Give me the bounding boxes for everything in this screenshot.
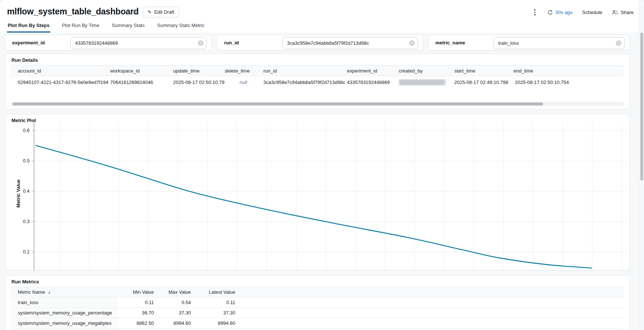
filter-label-run-id: run_id <box>224 40 239 46</box>
page-title: mlflow_system_table_dashboard <box>7 7 139 17</box>
min-value-cell: 8862.50 <box>117 320 161 326</box>
y-tick-0.4: 0.4 <box>18 188 30 194</box>
run-details-header-row: account_id workspace_id update_time dele… <box>11 65 624 76</box>
col-max-value[interactable]: Max Value <box>161 289 198 295</box>
run-id-value: 3ca3c958e7c94abb8a5f79f2d713d98c <box>254 80 347 85</box>
horizontal-scrollbar-thumb[interactable] <box>13 102 543 105</box>
clear-experiment-id-icon[interactable]: ✕ <box>198 40 203 46</box>
latest-value-cell: 0.11 <box>198 300 243 305</box>
top-bar: mlflow_system_table_dashboard ☆ ✎ Edit D… <box>0 0 644 33</box>
page-vertical-scrollbar[interactable] <box>639 0 644 330</box>
vertical-scrollbar-thumb[interactable] <box>640 33 643 181</box>
edit-draft-label: Edit Draft <box>154 9 174 15</box>
refresh-icon <box>547 10 553 15</box>
col-end-time[interactable]: end_time <box>513 68 569 74</box>
col-metric-name[interactable]: Metric Name ▲▼ <box>11 287 117 297</box>
tab-plot-run-by-steps[interactable]: Plot Run By Steps <box>7 19 50 33</box>
run-details-title: Run Details <box>11 57 38 63</box>
latest-value-cell: 37.30 <box>198 310 243 316</box>
metric-plot-card: Metric Plot Metric Value 0.6 0.5 0.4 0.3… <box>5 114 630 270</box>
filter-label-metric-name: metric_name <box>435 40 465 46</box>
update-time-value: 2025-08-17 02:50:10.791 <box>173 80 225 85</box>
clear-run-id-icon[interactable]: ✕ <box>409 40 415 46</box>
filter-experiment-id: experiment_id ✕ <box>5 35 212 51</box>
metric-row-memory-megabytes: system/system_memory_usage_megabytes 886… <box>11 318 624 329</box>
latest-value-cell: 8994.60 <box>198 320 243 326</box>
filter-metric-name: metric_name ✕ <box>428 35 630 51</box>
end-time-value: 2025-08-17 02:50:10.754 <box>513 80 569 85</box>
favorite-star-icon[interactable]: ☆ <box>130 8 140 17</box>
col-min-value[interactable]: Min Value <box>117 289 161 295</box>
metric-name-cell: system/system_memory_usage_percentage <box>11 308 117 318</box>
share-label: Share <box>621 10 634 15</box>
max-value-cell: 8994.60 <box>161 320 198 326</box>
max-value-cell: 37.30 <box>161 310 198 316</box>
delete-time-value: null <box>225 80 254 85</box>
pencil-icon: ✎ <box>148 9 152 15</box>
filter-label-experiment-id: experiment_id <box>12 40 45 46</box>
y-tick-0.6: 0.6 <box>18 128 30 133</box>
col-latest-value[interactable]: Latest Value <box>198 289 243 295</box>
col-delete-time[interactable]: delete_time <box>225 68 254 74</box>
tab-plot-run-by-time[interactable]: Plot Run By Time <box>61 19 100 33</box>
col-created-by[interactable]: created_by <box>399 68 454 74</box>
start-time-value: 2025-08-17 02:49:10.798 <box>454 80 513 85</box>
edit-draft-button[interactable]: ✎ Edit Draft <box>143 7 179 17</box>
metric-name-cell <box>11 329 117 330</box>
top-bar-actions: 50s ago Schedule Share <box>532 8 634 17</box>
col-account-id[interactable]: account_id <box>18 68 110 74</box>
filter-run-id: run_id ✕ <box>217 35 423 51</box>
run-details-data-row: 02945107-4221-4317-9276-5e0e9ed7f194 706… <box>11 76 624 88</box>
col-run-id[interactable]: run_id <box>254 68 347 74</box>
run-metrics-table: Metric Name ▲▼ Min Value Max Value Lates… <box>11 287 624 330</box>
tab-summary-stats[interactable]: Summary Stats <box>111 19 145 33</box>
metric-line-chart[interactable] <box>31 114 629 270</box>
created-by-redacted-blur <box>399 79 445 85</box>
run-details-card: Run Details account_id workspace_id upda… <box>5 54 630 110</box>
sort-icon[interactable]: ▲▼ <box>48 290 51 294</box>
run-metrics-card: Run Metrics Metric Name ▲▼ Min Value Max… <box>5 275 630 330</box>
col-experiment-id[interactable]: experiment_id <box>347 68 399 74</box>
metric-name-input[interactable] <box>493 37 625 49</box>
max-value-cell: 0.54 <box>161 300 198 305</box>
overflow-menu-button[interactable] <box>532 8 538 17</box>
share-button[interactable]: Share <box>612 10 634 15</box>
run-details-table: account_id workspace_id update_time dele… <box>11 65 624 88</box>
metric-row-train-loss: train_loss 0.11 0.54 0.11 <box>11 297 624 308</box>
schedule-button[interactable]: Schedule <box>582 10 602 15</box>
created-by-value <box>399 79 454 85</box>
metric-row-partial <box>11 329 624 330</box>
col-update-time[interactable]: update_time <box>173 68 225 74</box>
experiment-id-value: 4335783192448869 <box>347 80 399 85</box>
clear-metric-name-icon[interactable]: ✕ <box>616 40 621 46</box>
run-details-horizontal-scrollbar[interactable] <box>11 102 624 106</box>
min-value-cell: 36.70 <box>117 310 161 316</box>
col-start-time[interactable]: start_time <box>454 68 513 74</box>
min-value-cell: 0.11 <box>117 300 161 305</box>
y-tick-0.3: 0.3 <box>18 219 30 224</box>
metric-name-cell: system/system_memory_usage_megabytes <box>11 318 117 328</box>
refresh-timestamp: 50s ago <box>556 10 573 15</box>
share-people-icon <box>612 10 618 15</box>
account-id-value: 02945107-4221-4317-9276-5e0e9ed7f194 <box>18 80 110 85</box>
col-workspace-id[interactable]: workspace_id <box>110 68 173 74</box>
workspace-id-value: 7064161269814046 <box>110 80 173 85</box>
refresh-button[interactable]: 50s ago <box>547 10 573 15</box>
metric-name-cell: train_loss <box>11 297 117 307</box>
run-metrics-title: Run Metrics <box>11 279 39 284</box>
metric-row-memory-percentage: system/system_memory_usage_percentage 36… <box>11 308 624 318</box>
tab-summary-stats-metric[interactable]: Summary Stats Metric <box>156 19 205 33</box>
y-tick-0.2: 0.2 <box>18 249 30 255</box>
run-id-input[interactable] <box>282 37 418 49</box>
y-tick-0.5: 0.5 <box>18 158 30 164</box>
experiment-id-input[interactable] <box>70 37 207 49</box>
run-metrics-header-row: Metric Name ▲▼ Min Value Max Value Lates… <box>11 287 624 297</box>
metric-name-header-label: Metric Name <box>18 289 45 295</box>
dashboard-app: mlflow_system_table_dashboard ☆ ✎ Edit D… <box>0 0 644 330</box>
dashboard-tabs: Plot Run By Steps Plot Run By Time Summa… <box>7 19 205 33</box>
